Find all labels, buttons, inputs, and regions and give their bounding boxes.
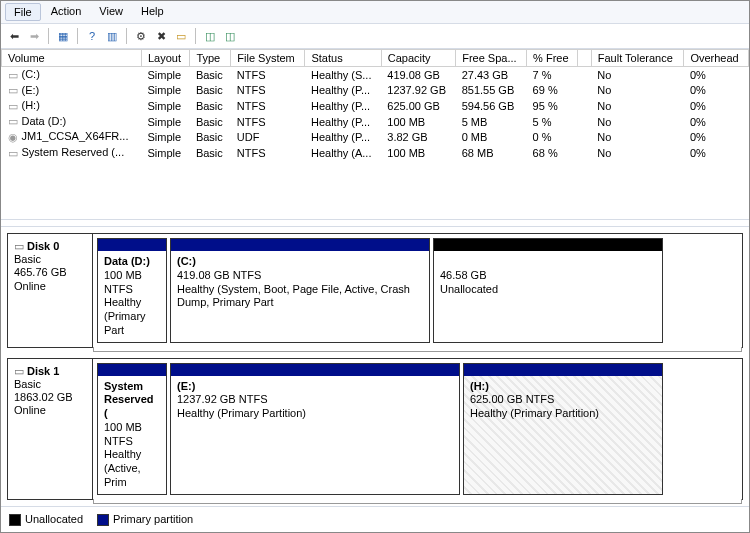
partition-color-bar [171, 364, 459, 376]
disk-info[interactable]: ▭Disk 0Basic465.76 GBOnline [8, 234, 93, 347]
volume-row[interactable]: ▭(H:)SimpleBasicNTFSHealthy (P...625.00 … [2, 98, 749, 114]
refresh-icon[interactable]: ▥ [103, 27, 121, 45]
partition-color-bar [434, 239, 662, 251]
column-header[interactable]: Type [190, 50, 231, 67]
toolbar-separator [48, 28, 49, 44]
hdd-icon: ▭ [14, 240, 24, 252]
partition[interactable]: (E:)1237.92 GB NTFSHealthy (Primary Part… [170, 363, 460, 495]
partition-body: Data (D:)100 MB NTFSHealthy (Primary Par… [98, 251, 166, 342]
partition[interactable]: (H:)625.00 GB NTFSHealthy (Primary Parti… [463, 363, 663, 495]
unallocated-space[interactable]: 46.58 GBUnallocated [433, 238, 663, 343]
drive-icon: ▭ [8, 100, 20, 113]
drive-icon: ▭ [8, 69, 20, 82]
disk-management-window: File Action View Help ⬅ ➡ ▦ ? ▥ ⚙ ✖ ▭ ◫ … [0, 0, 750, 533]
drive-icon: ▭ [8, 84, 20, 97]
partition-color-bar [98, 239, 166, 251]
column-header[interactable]: Volume [2, 50, 142, 67]
toolbar-separator [195, 28, 196, 44]
hdd-icon: ▭ [14, 365, 24, 377]
legend-primary: Primary partition [97, 513, 193, 526]
menu-action[interactable]: Action [43, 3, 90, 21]
menu-help[interactable]: Help [133, 3, 172, 21]
partition[interactable]: Data (D:)100 MB NTFSHealthy (Primary Par… [97, 238, 167, 343]
column-header[interactable]: File System [231, 50, 305, 67]
show-hide-tree-icon[interactable]: ▦ [54, 27, 72, 45]
splitter[interactable] [1, 219, 749, 227]
disk-row: ▭Disk 1Basic1863.02 GBOnlineSystem Reser… [7, 358, 743, 500]
column-header[interactable]: Fault Tolerance [591, 50, 684, 67]
partition-color-bar [464, 364, 662, 376]
partition-body: System Reserved (100 MB NTFSHealthy (Act… [98, 376, 166, 494]
column-header[interactable]: Layout [141, 50, 189, 67]
partition-body: (E:)1237.92 GB NTFSHealthy (Primary Part… [171, 376, 459, 494]
volume-row[interactable]: ▭(E:)SimpleBasicNTFSHealthy (P...1237.92… [2, 83, 749, 99]
partition[interactable]: System Reserved (100 MB NTFSHealthy (Act… [97, 363, 167, 495]
toolbar: ⬅ ➡ ▦ ? ▥ ⚙ ✖ ▭ ◫ ◫ [1, 24, 749, 49]
partition-container: Data (D:)100 MB NTFSHealthy (Primary Par… [93, 234, 742, 347]
partition-body: (C:)419.08 GB NTFSHealthy (System, Boot,… [171, 251, 429, 342]
toolbar-separator [126, 28, 127, 44]
column-header[interactable]: % Free [527, 50, 578, 67]
partition-color-bar [171, 239, 429, 251]
menu-file[interactable]: File [5, 3, 41, 21]
back-icon[interactable]: ⬅ [5, 27, 23, 45]
disc-icon: ◉ [8, 131, 20, 144]
forward-icon[interactable]: ➡ [25, 27, 43, 45]
graphical-view-pane: ▭Disk 0Basic465.76 GBOnlineData (D:)100 … [1, 227, 749, 506]
legend: Unallocated Primary partition [1, 506, 749, 532]
volume-row[interactable]: ▭(C:)SimpleBasicNTFSHealthy (S...419.08 … [2, 67, 749, 83]
volume-table: VolumeLayoutTypeFile SystemStatusCapacit… [1, 49, 749, 161]
delete-icon[interactable]: ✖ [152, 27, 170, 45]
column-header[interactable]: Free Spa... [456, 50, 527, 67]
menu-bar: File Action View Help [1, 1, 749, 24]
partition-color-bar [98, 364, 166, 376]
partition-body: 46.58 GBUnallocated [434, 251, 662, 342]
toolbar-separator [77, 28, 78, 44]
volume-row[interactable]: ▭Data (D:)SimpleBasicNTFSHealthy (P...10… [2, 114, 749, 130]
disk-info[interactable]: ▭Disk 1Basic1863.02 GBOnline [8, 359, 93, 499]
top-view-icon[interactable]: ◫ [201, 27, 219, 45]
legend-unallocated: Unallocated [9, 513, 83, 526]
bottom-view-icon[interactable]: ◫ [221, 27, 239, 45]
help-icon[interactable]: ? [83, 27, 101, 45]
volume-row[interactable]: ▭System Reserved (...SimpleBasicNTFSHeal… [2, 145, 749, 161]
settings-icon[interactable]: ⚙ [132, 27, 150, 45]
column-header-row: VolumeLayoutTypeFile SystemStatusCapacit… [2, 50, 749, 67]
properties-icon[interactable]: ▭ [172, 27, 190, 45]
volume-row[interactable]: ◉JM1_CCSA_X64FR...SimpleBasicUDFHealthy … [2, 129, 749, 145]
menu-view[interactable]: View [91, 3, 131, 21]
volume-list-pane: VolumeLayoutTypeFile SystemStatusCapacit… [1, 49, 749, 219]
column-header[interactable]: Overhead [684, 50, 749, 67]
drive-icon: ▭ [8, 115, 20, 128]
column-header[interactable]: Capacity [381, 50, 455, 67]
column-header[interactable]: Status [305, 50, 381, 67]
partition-container: System Reserved (100 MB NTFSHealthy (Act… [93, 359, 742, 499]
drive-icon: ▭ [8, 147, 20, 160]
disk-row: ▭Disk 0Basic465.76 GBOnlineData (D:)100 … [7, 233, 743, 348]
partition[interactable]: (C:)419.08 GB NTFSHealthy (System, Boot,… [170, 238, 430, 343]
partition-body: (H:)625.00 GB NTFSHealthy (Primary Parti… [464, 376, 662, 494]
column-header[interactable] [578, 50, 592, 67]
